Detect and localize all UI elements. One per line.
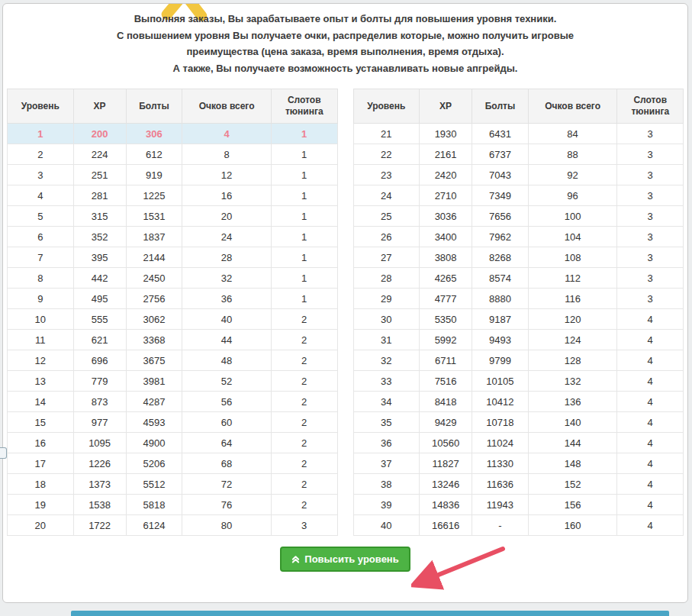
table-cell: 200 <box>73 124 126 144</box>
table-cell: 28 <box>353 268 420 289</box>
table-cell: 555 <box>73 309 126 330</box>
table-cell: 8 <box>182 144 272 165</box>
table-cell: 7043 <box>472 165 529 185</box>
table-cell: 306 <box>126 124 182 144</box>
column-header-bolts: Болты <box>126 89 182 124</box>
table-row: 105553062402 <box>8 309 338 330</box>
table-cell: 1837 <box>126 227 182 247</box>
table-cell: 37 <box>353 453 420 474</box>
table-cell: 3 <box>617 206 684 227</box>
table-cell: - <box>472 515 529 536</box>
table-cell: 12 <box>182 165 272 185</box>
table-cell: 11943 <box>472 495 529 515</box>
table-cell: 1373 <box>73 474 126 495</box>
table-cell: 2144 <box>126 247 182 268</box>
table-row: 94952756361 <box>8 289 338 309</box>
table-cell: 84 <box>528 124 617 144</box>
table-row: 29477788801163 <box>353 289 684 309</box>
table-cell: 92 <box>528 165 617 185</box>
table-cell: 779 <box>73 371 126 392</box>
table-cell: 2 <box>271 453 337 474</box>
table-cell: 4287 <box>126 392 182 412</box>
table-cell: 25 <box>353 206 420 227</box>
table-header: Уровень XP Болты Очков всего Слотов тюни… <box>353 89 684 124</box>
table-cell: 4 <box>182 124 272 144</box>
table-cell: 144 <box>528 433 617 453</box>
table-cell: 3 <box>617 247 684 268</box>
table-row: 28426585741123 <box>353 268 684 289</box>
table-cell: 10412 <box>472 392 529 412</box>
table-cell: 2 <box>271 309 337 330</box>
table-cell: 4 <box>617 515 684 536</box>
table-cell: 1 <box>271 227 337 247</box>
table-cell: 5512 <box>126 474 182 495</box>
table-row: 84422450321 <box>8 268 338 289</box>
column-header-xp: XP <box>73 89 126 124</box>
table-cell: 16 <box>182 185 272 206</box>
table-row: 63521837241 <box>8 227 338 247</box>
table-cell: 4 <box>617 433 684 453</box>
table-row: 116213368442 <box>8 330 338 350</box>
table-row: 2221616737883 <box>353 144 684 165</box>
table-row: 3813246116361524 <box>353 474 684 495</box>
level-info-modal: Выполняя заказы, Вы зарабатываете опыт и… <box>2 3 688 603</box>
table-row: 42811225161 <box>8 185 338 206</box>
table-cell: 1 <box>271 124 337 144</box>
table-cell: 20 <box>182 206 272 227</box>
level-up-button[interactable]: Повысить уровень <box>280 547 410 572</box>
table-cell: 36 <box>182 289 272 309</box>
table-cell: 1225 <box>126 185 182 206</box>
table-cell: 26 <box>353 227 420 247</box>
table-cell: 108 <box>528 247 617 268</box>
table-cell: 30 <box>353 309 420 330</box>
table-row: 4016616-1604 <box>353 515 684 536</box>
table-cell: 22 <box>353 144 420 165</box>
table-cell: 11024 <box>472 433 529 453</box>
table-cell: 1 <box>271 206 337 227</box>
table-cell: 3 <box>617 268 684 289</box>
table-cell: 2 <box>271 495 337 515</box>
table-cell: 1531 <box>126 206 182 227</box>
table-cell: 17 <box>8 453 74 474</box>
table-cell: 1 <box>271 247 337 268</box>
table-cell: 72 <box>182 474 272 495</box>
table-cell: 4 <box>8 185 74 206</box>
column-header-tuning-slots: Слотов тюнинга <box>271 89 337 124</box>
table-cell: 10560 <box>420 433 472 453</box>
table-cell: 11636 <box>472 474 529 495</box>
table-cell: 3675 <box>126 350 182 371</box>
table-cell: 6431 <box>472 124 529 144</box>
table-cell: 1226 <box>73 453 126 474</box>
table-cell: 315 <box>73 206 126 227</box>
table-row: 2324207043923 <box>353 165 684 185</box>
table-cell: 7656 <box>472 206 529 227</box>
table-cell: 28 <box>182 247 272 268</box>
table-cell: 18 <box>8 474 74 495</box>
table-cell: 4 <box>617 309 684 330</box>
table-cell: 56 <box>182 392 272 412</box>
table-cell: 2 <box>271 392 337 412</box>
table-cell: 152 <box>528 474 617 495</box>
table-cell: 160 <box>528 515 617 536</box>
table-cell: 3 <box>617 289 684 309</box>
intro-line-2: С повышением уровня Вы получаете очки, р… <box>86 27 605 60</box>
table-cell: 4 <box>617 392 684 412</box>
table-cell: 128 <box>528 350 617 371</box>
table-cell: 224 <box>73 144 126 165</box>
column-header-points: Очков всего <box>182 89 272 124</box>
table-cell: 1538 <box>73 495 126 515</box>
table-cell: 33 <box>353 371 420 392</box>
table-cell: 35 <box>353 412 420 433</box>
table-cell: 1 <box>271 165 337 185</box>
table-cell: 5350 <box>420 309 472 330</box>
table-cell: 52 <box>182 371 272 392</box>
table-cell: 11330 <box>472 453 529 474</box>
table-cell: 96 <box>528 185 617 206</box>
table-row: 148734287562 <box>8 392 338 412</box>
table-cell: 1 <box>271 144 337 165</box>
table-row: 120030641 <box>8 124 338 144</box>
table-cell: 251 <box>73 165 126 185</box>
table-row: 348418104121364 <box>353 392 684 412</box>
table-cell: 13246 <box>420 474 472 495</box>
table-row: 31599294931244 <box>353 330 684 350</box>
